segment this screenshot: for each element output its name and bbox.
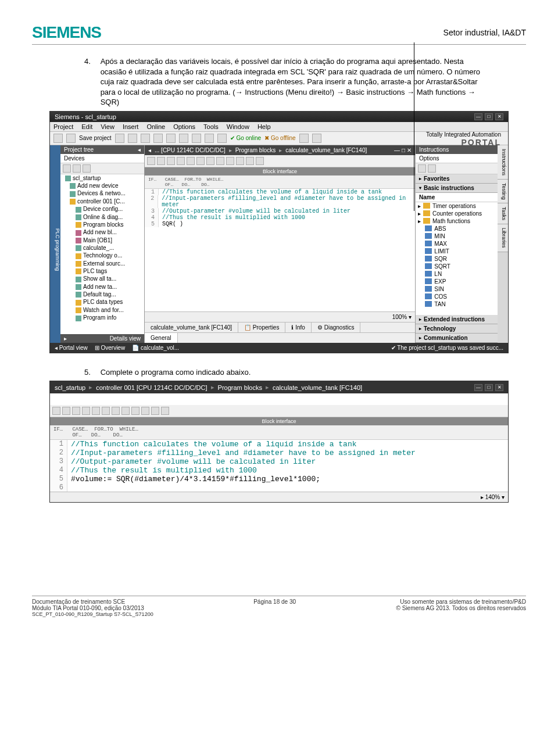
menu-view[interactable]: View bbox=[101, 123, 115, 130]
open-icon[interactable] bbox=[66, 134, 76, 143]
et-icon[interactable] bbox=[147, 157, 155, 165]
tree-item[interactable]: Technology o... bbox=[60, 252, 144, 259]
tree-item[interactable]: Online & diag... bbox=[60, 213, 144, 221]
sidetab-testing[interactable]: Testing bbox=[498, 180, 508, 204]
tree-tb-icon[interactable] bbox=[73, 164, 81, 173]
sidetab-instructions[interactable]: Instructions bbox=[498, 145, 508, 180]
menu-tools[interactable]: Tools bbox=[203, 123, 219, 130]
plc-programming-tab[interactable]: PLC programming bbox=[50, 145, 60, 343]
tree-item[interactable]: Program blocks bbox=[60, 221, 144, 228]
tree-item[interactable]: scl_startup bbox=[60, 174, 144, 182]
upload-icon[interactable] bbox=[217, 134, 227, 143]
details-view-header[interactable]: ▸Details view bbox=[60, 334, 144, 343]
open-editor-tab[interactable]: 📄 calculate_vol... bbox=[132, 345, 179, 351]
menu-insert[interactable]: Insert bbox=[123, 123, 139, 130]
function-item[interactable]: MAX bbox=[416, 240, 498, 248]
tree-tb-icon[interactable] bbox=[63, 164, 71, 173]
bc-close-icon[interactable]: ✕ bbox=[407, 147, 412, 153]
tree-item[interactable]: PLC data types bbox=[60, 298, 144, 306]
go-online-button[interactable]: ✔ Go online bbox=[230, 135, 262, 141]
tab-block[interactable]: calculate_volume_tank [FC140] bbox=[145, 323, 238, 332]
et2-icon[interactable] bbox=[72, 407, 80, 415]
favorites-header[interactable]: ▸Favorites bbox=[416, 174, 498, 184]
function-item[interactable]: SQRT bbox=[416, 263, 498, 270]
paste-icon[interactable] bbox=[153, 134, 163, 143]
max-icon[interactable]: □ bbox=[485, 384, 493, 391]
bc2-proj[interactable]: scl_startup bbox=[55, 384, 85, 391]
print-icon[interactable] bbox=[115, 134, 124, 143]
et-icon[interactable] bbox=[157, 157, 165, 165]
menu-window[interactable]: Window bbox=[227, 123, 249, 130]
bc-cpu[interactable]: ... [CPU 1214C DC/DC/DC] bbox=[155, 147, 226, 153]
function-item[interactable]: LN bbox=[416, 270, 498, 278]
tree-item[interactable]: Devices & netwo... bbox=[60, 189, 144, 197]
function-list[interactable]: ▸ Timer operations▸ Counter operations▸ … bbox=[416, 202, 498, 315]
code-templates-row[interactable]: IF… CASE… FOR…TO WHILE… OF… DO… DO… bbox=[145, 175, 415, 189]
tree-item[interactable]: Program info bbox=[60, 314, 144, 321]
extended-instructions-header[interactable]: ▸Extended instructions bbox=[416, 315, 498, 324]
et2-icon[interactable] bbox=[131, 407, 140, 415]
et2-icon[interactable] bbox=[121, 407, 130, 415]
et-icon[interactable] bbox=[206, 157, 214, 165]
function-item[interactable]: ABS bbox=[416, 225, 498, 232]
function-item[interactable]: LIMIT bbox=[416, 248, 498, 255]
options-row[interactable]: Options bbox=[416, 154, 498, 163]
tab-info[interactable]: ℹ Info bbox=[285, 323, 311, 332]
bc-blocks[interactable]: Program blocks bbox=[235, 147, 276, 153]
code-editor-2[interactable]: IF… CASE… FOR…TO WHILE… OF… DO… DO… 1//T… bbox=[50, 425, 508, 492]
et2-icon[interactable] bbox=[92, 407, 100, 415]
bc-min-icon[interactable]: — bbox=[394, 147, 400, 153]
block-interface-bar[interactable]: Block interface bbox=[145, 167, 415, 175]
tree-item[interactable]: Add new ta... bbox=[60, 283, 144, 291]
et2-icon[interactable] bbox=[82, 407, 90, 415]
redo-icon[interactable] bbox=[192, 134, 201, 143]
function-item[interactable]: ▸ Timer operations bbox=[416, 202, 498, 210]
tree-item[interactable]: PLC tags bbox=[60, 267, 144, 275]
et-icon[interactable] bbox=[216, 157, 224, 165]
undo-icon[interactable] bbox=[179, 134, 188, 143]
et2-icon[interactable] bbox=[102, 407, 110, 415]
zoom-value-2[interactable]: 140% bbox=[485, 494, 500, 500]
menu-edit[interactable]: Edit bbox=[81, 123, 92, 130]
tab-properties[interactable]: 📋 Properties bbox=[238, 323, 285, 332]
function-item[interactable]: ▸ Math functions bbox=[416, 217, 498, 225]
tree-item[interactable]: Show all ta... bbox=[60, 275, 144, 282]
delete-icon[interactable] bbox=[166, 134, 176, 143]
function-item[interactable]: SQR bbox=[416, 255, 498, 263]
menu-help[interactable]: Help bbox=[257, 123, 271, 130]
et-icon[interactable] bbox=[246, 157, 254, 165]
technology-header[interactable]: ▸Technology bbox=[416, 324, 498, 334]
portal-view-button[interactable]: ◂ Portal view bbox=[55, 345, 88, 351]
bc2-blocks[interactable]: Program blocks bbox=[218, 384, 262, 391]
tree-item[interactable]: Default tag... bbox=[60, 291, 144, 298]
tree-item[interactable]: Watch and for... bbox=[60, 306, 144, 314]
menu-project[interactable]: Project bbox=[53, 123, 73, 130]
block-interface-bar-2[interactable]: Block interface bbox=[50, 417, 508, 425]
et-icon[interactable] bbox=[226, 157, 234, 165]
menu-options[interactable]: Options bbox=[173, 123, 195, 130]
sidetab-libraries[interactable]: Libraries bbox=[498, 224, 508, 252]
min-icon[interactable]: — bbox=[474, 384, 482, 391]
et-icon[interactable] bbox=[167, 157, 175, 165]
sidetab-tasks[interactable]: Tasks bbox=[498, 203, 508, 224]
zoom-value[interactable]: 100% bbox=[392, 314, 407, 320]
close-icon[interactable]: ✕ bbox=[495, 113, 503, 120]
bc2-block[interactable]: calculate_volume_tank [FC140] bbox=[273, 384, 362, 391]
et2-icon[interactable] bbox=[52, 407, 60, 415]
tree-tb-icon[interactable] bbox=[83, 164, 91, 173]
et2-icon[interactable] bbox=[141, 407, 149, 415]
et-icon[interactable] bbox=[256, 157, 264, 165]
instr-tb-icon[interactable] bbox=[428, 164, 436, 173]
tb-icon[interactable] bbox=[299, 134, 309, 143]
maximize-icon[interactable]: □ bbox=[485, 113, 493, 120]
overview-button[interactable]: ⊞ Overview bbox=[95, 345, 125, 351]
code-editor[interactable]: IF… CASE… FOR…TO WHILE… OF… DO… DO… 1//T… bbox=[145, 175, 415, 311]
communication-header[interactable]: ▸Communication bbox=[416, 334, 498, 343]
copy-icon[interactable] bbox=[141, 134, 150, 143]
et-icon[interactable] bbox=[196, 157, 205, 165]
basic-instructions-header[interactable]: ▾Basic instructions bbox=[416, 184, 498, 193]
function-item[interactable]: MIN bbox=[416, 232, 498, 240]
tree-item[interactable]: calculate_... bbox=[60, 244, 144, 252]
tree-item[interactable]: Add new device bbox=[60, 182, 144, 189]
download-icon[interactable] bbox=[205, 134, 214, 143]
